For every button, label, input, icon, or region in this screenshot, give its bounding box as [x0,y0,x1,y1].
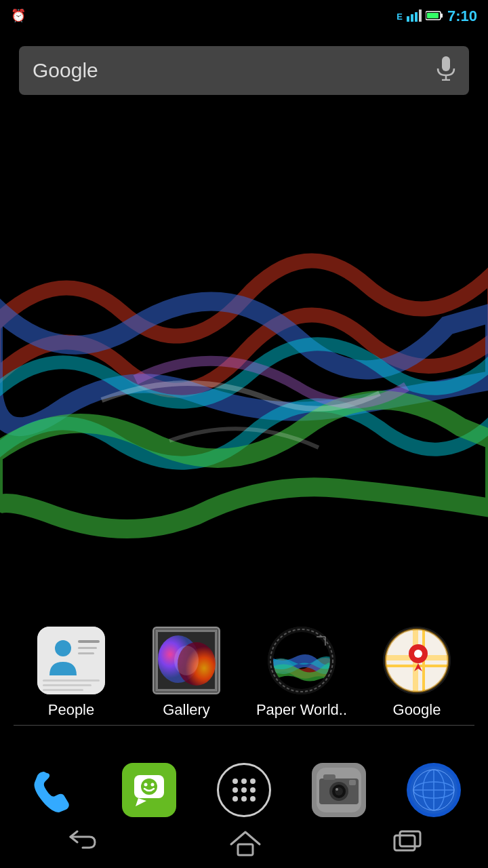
dock-appdrawer[interactable] [214,760,274,821]
svg-rect-67 [400,831,420,846]
svg-rect-16 [43,684,92,686]
svg-point-35 [414,650,422,658]
svg-point-47 [232,796,238,802]
app-paperworld-label: Paper World.. [256,701,347,719]
svg-point-49 [250,796,256,802]
svg-rect-1 [411,14,413,22]
battery-icon [426,10,443,23]
nav-bar [0,821,488,868]
svg-rect-7 [442,56,450,71]
dock-browser[interactable] [403,760,464,821]
svg-rect-0 [407,16,409,22]
svg-point-43 [250,778,256,784]
svg-point-55 [336,788,338,791]
svg-point-45 [241,787,247,793]
svg-rect-57 [323,774,336,780]
app-googlemaps-label: Google [393,701,441,719]
svg-rect-56 [349,780,356,785]
dock-camera[interactable] [308,760,369,821]
app-googlemaps[interactable]: Google [366,627,468,719]
google-search-bar[interactable]: Google [19,46,469,95]
app-paperworld[interactable]: Paper World.. [251,627,352,719]
svg-point-11 [55,640,71,656]
svg-rect-13 [78,647,97,649]
svg-rect-5 [441,14,443,18]
dock-messaging[interactable] [119,760,180,821]
svg-point-42 [241,778,247,784]
app-people-label: People [48,701,95,719]
dock-divider [14,725,474,726]
svg-point-44 [232,787,238,793]
google-search-label: Google [33,59,436,82]
dock-phone[interactable] [24,760,85,821]
svg-point-40 [151,783,155,787]
app-people[interactable]: People [20,627,122,719]
svg-point-39 [144,783,148,787]
svg-point-41 [232,778,238,784]
wallpaper-waves [0,203,488,542]
app-gallery-label: Gallery [163,701,210,719]
svg-rect-66 [394,835,415,850]
search-mic-icon[interactable] [436,56,455,85]
svg-rect-6 [427,13,439,18]
svg-rect-14 [78,652,94,654]
app-gallery[interactable]: Gallery [136,627,237,719]
svg-rect-3 [419,9,422,22]
signal-icon: E [396,12,403,22]
svg-point-38 [141,778,157,795]
svg-point-46 [250,787,256,793]
nav-back-button[interactable] [65,830,99,859]
svg-rect-2 [415,12,418,22]
svg-rect-15 [43,679,100,682]
dock [0,760,488,821]
app-row: People [0,627,488,719]
status-bar: ⏰ E 7:10 [0,0,488,33]
svg-rect-65 [238,844,253,855]
svg-point-48 [241,796,247,802]
nav-recents-button[interactable] [392,830,423,859]
signal-bars [407,9,422,24]
alarm-icon: ⏰ [11,8,26,23]
svg-point-22 [174,646,199,675]
nav-home-button[interactable] [228,828,262,861]
svg-rect-17 [43,689,83,691]
status-time: 7:10 [447,7,477,25]
svg-rect-12 [78,640,100,643]
